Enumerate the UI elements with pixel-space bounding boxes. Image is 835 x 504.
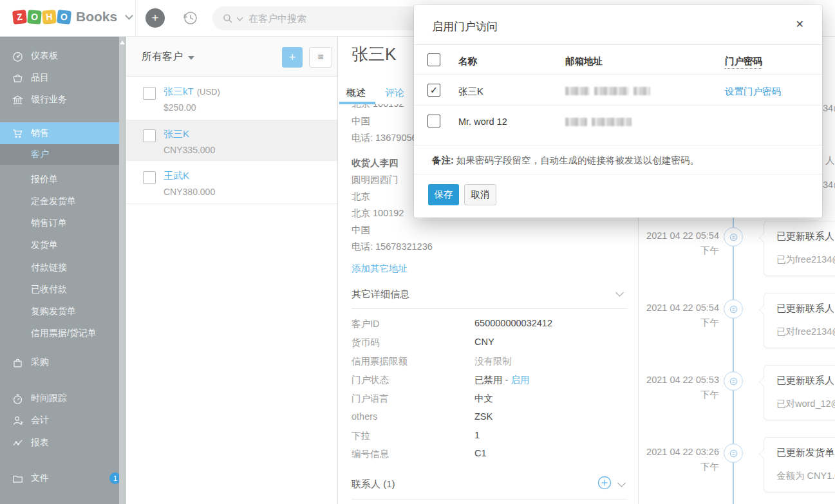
- new-customer-button[interactable]: +: [282, 47, 303, 68]
- shipping-phone: 电话: 15678321236: [352, 241, 433, 253]
- page-title: 张三K: [352, 43, 396, 66]
- sidebar-item-payments-received[interactable]: 已收付款: [0, 279, 119, 301]
- sidebar-item-payment-links[interactable]: 付款链接: [0, 257, 119, 279]
- customers-panel-header: 所有客户 + ≡: [126, 37, 337, 77]
- sidebar-item-credit-notes[interactable]: 信用票据/贷记单: [0, 322, 119, 344]
- contact-checkbox-checked[interactable]: ✓: [427, 84, 440, 97]
- customer-row-selected[interactable]: 张三K CNY335.000: [126, 120, 337, 161]
- customer-row[interactable]: 张三kT(USD) $250.00: [126, 77, 337, 120]
- shipping-address-line: 中国: [352, 224, 370, 236]
- shipping-address-title: 收货人李四: [352, 157, 399, 169]
- timeline-meridiem: 下午: [635, 245, 719, 257]
- timeline-date: 2021 04 22 05:54: [635, 230, 719, 241]
- modal-note: 备注:如果密码字段留空，自动生成的链接将被发送以创建密码。: [432, 154, 699, 167]
- timeline-card[interactable]: 已更新联系人 已对word_12@: [764, 365, 835, 420]
- add-address-link[interactable]: 添加其它地址: [352, 263, 408, 275]
- timer-icon: [11, 392, 24, 405]
- sidebar-item-customers[interactable]: 客户: [0, 144, 119, 165]
- set-portal-password-link[interactable]: 设置门户密码: [725, 86, 781, 98]
- sidebar-item-quotes[interactable]: 报价单: [0, 169, 119, 191]
- row-checkbox[interactable]: [143, 129, 156, 142]
- billing-address-line: 中国: [352, 115, 370, 127]
- timeline-node-icon: [724, 371, 743, 391]
- field-value: ZSK: [474, 411, 493, 422]
- sidebar-item-retainer-invoices[interactable]: 定金发货单: [0, 191, 119, 212]
- row-checkbox[interactable]: [143, 87, 156, 100]
- row-checkbox[interactable]: [143, 171, 156, 184]
- scroll-up-icon[interactable]: [120, 41, 125, 44]
- sidebar-item-label: 付款链接: [31, 262, 67, 274]
- contact-name: Mr. word 12: [458, 117, 507, 127]
- column-header-name: 名称: [458, 55, 477, 68]
- cancel-button[interactable]: 取消: [464, 184, 496, 205]
- timeline-card-subtitle: 金额为 CNY1.0: [776, 470, 835, 482]
- app-window: Z O H O Books + 仪表板 品目: [0, 0, 835, 504]
- sidebar-item-banking[interactable]: 银行业务: [0, 89, 119, 111]
- bank-icon: [11, 93, 24, 106]
- contacts-section-header[interactable]: 联系人 (1): [352, 478, 395, 490]
- section-divider: [352, 308, 628, 309]
- sidebar-item-documents[interactable]: 文件 1: [0, 467, 119, 489]
- timeline-text-fragment: 34@: [823, 103, 835, 113]
- basket-icon: [11, 71, 24, 84]
- customer-name-link[interactable]: 张三K: [164, 128, 189, 140]
- sidebar-item-accountant[interactable]: 会计: [0, 409, 119, 431]
- logo-letter: O: [57, 9, 71, 24]
- sidebar-item-time-tracking[interactable]: 时间跟踪: [0, 387, 119, 409]
- contact-email-redacted: [565, 118, 632, 126]
- list-options-button[interactable]: ≡: [309, 47, 332, 68]
- tab-comments[interactable]: 评论: [385, 87, 404, 99]
- field-label: 门户状态: [352, 374, 389, 386]
- sidebar-item-reports[interactable]: 报表: [0, 432, 119, 454]
- sidebar-item-sales[interactable]: 销售: [0, 122, 119, 144]
- search-scope-caret-icon[interactable]: [237, 14, 243, 21]
- timeline-card[interactable]: 已更新联系人 已对free2134@: [764, 293, 835, 348]
- chevron-down-icon[interactable]: [617, 479, 626, 487]
- timeline-card-title: 已更新联系人: [776, 303, 834, 315]
- search-icon: [223, 14, 233, 24]
- chevron-down-icon[interactable]: [615, 288, 624, 297]
- logo-letter: Z: [12, 9, 27, 24]
- field-label: 信用票据限额: [352, 355, 408, 368]
- customer-name-link[interactable]: 王武K: [164, 170, 189, 182]
- timeline-card[interactable]: 已更新联系人 已为free2134@: [764, 221, 835, 276]
- sidebar-item-recurring-invoices[interactable]: 复购发货单: [0, 301, 119, 322]
- sidebar-item-invoices[interactable]: 发货单: [0, 234, 119, 256]
- sidebar-item-label: 复购发货单: [31, 306, 76, 317]
- bag-icon: [11, 356, 24, 369]
- sidebar-item-label: 定金发货单: [31, 196, 76, 207]
- modal-divider: [414, 174, 822, 174]
- other-details-section-header[interactable]: 其它详细信息: [352, 288, 409, 301]
- sidebar-item-sales-orders[interactable]: 销售订单: [0, 212, 119, 234]
- sidebar-scrollbar[interactable]: [119, 37, 126, 504]
- sidebar-item-label: 会计: [31, 415, 49, 426]
- customers-panel: 所有客户 + ≡ 张三kT(USD) $250.00 张三K CNY335.00…: [126, 37, 338, 504]
- sidebar-item-label: 报表: [31, 437, 49, 449]
- modal-table-header: 名称 邮箱地址 门户密码: [414, 45, 822, 75]
- close-icon[interactable]: ✕: [796, 18, 804, 30]
- customer-row[interactable]: 王武K CNY380.000: [126, 161, 337, 204]
- quick-create-button[interactable]: +: [145, 8, 165, 28]
- select-all-checkbox[interactable]: [427, 53, 440, 66]
- timeline-card-title: 已更新联系人: [776, 375, 834, 387]
- recent-history-icon[interactable]: [180, 8, 200, 28]
- timeline-card[interactable]: 已更新发货单 金额为 CNY1.0: [764, 437, 835, 492]
- add-contact-icon[interactable]: [597, 476, 612, 490]
- timeline-node-icon: [724, 443, 743, 463]
- tab-overview[interactable]: 概述: [346, 87, 366, 99]
- shipping-address-line: 圆明园西门: [352, 174, 399, 186]
- sidebar-item-purchases[interactable]: 采购: [0, 351, 119, 373]
- caret-down-icon: [188, 56, 194, 60]
- zoho-books-logo[interactable]: Z O H O Books: [13, 9, 132, 24]
- customer-filter-dropdown[interactable]: 所有客户: [142, 50, 194, 64]
- currency-suffix: (USD): [197, 87, 220, 97]
- enable-portal-link[interactable]: 启用: [511, 375, 529, 385]
- sidebar-item-items[interactable]: 品目: [0, 67, 119, 89]
- contact-checkbox[interactable]: [427, 115, 440, 127]
- user-icon: [11, 414, 24, 427]
- contact-name: 张三K: [458, 86, 483, 98]
- customer-name-link[interactable]: 张三kT: [164, 86, 194, 97]
- modal-title: 启用门户访问: [432, 19, 498, 34]
- sidebar-item-dashboard[interactable]: 仪表板: [0, 45, 119, 67]
- save-button[interactable]: 保存: [428, 184, 459, 205]
